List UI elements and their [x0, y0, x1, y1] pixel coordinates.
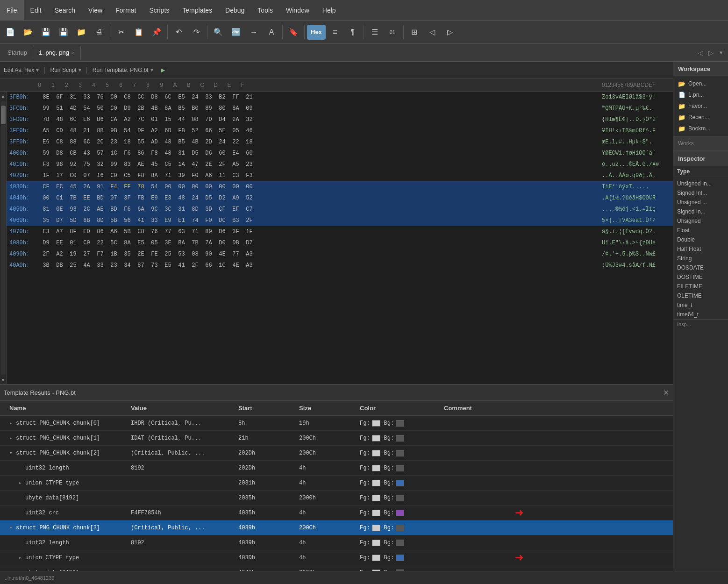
template-row[interactable]: ▸union CTYPE type2031h4hFg:Bg: — [0, 476, 673, 491]
hex-byte[interactable]: A9 — [229, 195, 243, 201]
hex-byte[interactable]: EE — [80, 195, 93, 201]
tab-nav-right[interactable]: ▷ — [706, 48, 716, 58]
hex-byte[interactable]: 05 — [229, 128, 243, 134]
menu-templates[interactable]: Templates — [176, 0, 219, 20]
bg-color-box[interactable] — [396, 495, 404, 501]
hex-byte[interactable]: 2F — [243, 217, 256, 224]
hex-byte[interactable]: 48 — [175, 195, 188, 201]
hex-byte[interactable]: 00 — [215, 184, 229, 190]
hex-byte[interactable]: D6 — [202, 150, 215, 157]
open-file-button[interactable]: 📂 — [20, 24, 36, 41]
ws-bookmarks-item[interactable]: 📁 Bookm... — [673, 123, 728, 134]
hex-byte[interactable]: 92 — [66, 161, 80, 168]
hex-byte[interactable]: 83 — [121, 161, 134, 168]
hex-byte[interactable]: 89 — [202, 105, 215, 112]
hex-byte[interactable]: AE — [93, 206, 107, 213]
hex-byte[interactable]: D6 — [215, 228, 229, 235]
hex-byte[interactable]: 33 — [148, 217, 161, 224]
compare-button[interactable]: A — [263, 24, 280, 41]
hex-byte[interactable]: 2B — [134, 105, 148, 112]
hex-byte[interactable]: E3 — [39, 228, 53, 235]
hex-byte[interactable]: C9 — [80, 240, 93, 246]
hex-byte[interactable]: 44 — [175, 116, 188, 123]
fg-color-box[interactable] — [372, 570, 380, 571]
hex-byte[interactable]: 34 — [121, 262, 134, 269]
hex-byte[interactable]: A3 — [243, 262, 256, 269]
hex-byte[interactable]: 33 — [93, 262, 107, 269]
ws-recent-item[interactable]: 📁 Recen... — [673, 112, 728, 123]
hex-byte[interactable]: 31 — [66, 94, 80, 100]
hex-byte[interactable]: 31 — [175, 206, 188, 213]
hex-byte[interactable]: 90 — [202, 251, 215, 257]
hex-byte[interactable]: 71 — [161, 172, 175, 179]
goto-button[interactable]: → — [245, 24, 262, 41]
hex-byte[interactable]: 7C — [134, 116, 148, 123]
hex-row[interactable]: 4070h:E3A78FED86A65BC87677637189D63F1Fã§… — [7, 226, 673, 237]
scroll-thumb[interactable] — [1, 106, 6, 124]
tab-active[interactable]: 1. png. png × — [33, 46, 81, 60]
hex-byte[interactable]: 57 — [93, 150, 107, 157]
hex-byte[interactable]: 80 — [215, 105, 229, 112]
hex-byte[interactable]: 52 — [243, 195, 256, 201]
hex-byte[interactable]: FB — [134, 195, 148, 201]
hex-byte[interactable]: 41 — [175, 262, 188, 269]
menu-tools[interactable]: Tools — [251, 0, 279, 20]
hex-row[interactable]: 40A0h:3BDB254A3323348773E5412F661C4EA3;Û… — [7, 260, 673, 271]
hex-byte[interactable]: B0 — [188, 105, 202, 112]
hex-byte[interactable]: CF — [39, 184, 53, 190]
hex-byte[interactable]: D9 — [39, 240, 53, 246]
hex-byte[interactable]: 2A — [80, 184, 93, 190]
hex-byte[interactable]: F6 — [121, 150, 134, 157]
inspector-type-item[interactable]: Half Float — [673, 244, 728, 254]
expand-icon[interactable]: ▸ — [9, 420, 16, 426]
menu-format[interactable]: Format — [109, 0, 143, 20]
hex-byte[interactable]: BD — [93, 195, 107, 201]
hex-byte[interactable]: 81 — [39, 206, 53, 213]
columns-button[interactable]: ☰ — [366, 24, 383, 41]
hex-byte[interactable]: FE — [148, 251, 161, 257]
inspector-type-item[interactable]: OLETIME — [673, 291, 728, 300]
hex-byte[interactable]: 4B — [188, 139, 202, 145]
ws-favorites-item[interactable]: 📁 Favor... — [673, 100, 728, 112]
hex-byte[interactable]: F6 — [121, 206, 134, 213]
hex-row[interactable]: 3FF0h:E6C8886C2C231855AD48B54B2D242218æÈ… — [7, 136, 673, 148]
bg-color-box[interactable] — [396, 510, 404, 516]
hex-byte[interactable]: 63 — [175, 228, 188, 235]
hex-byte[interactable]: 1F — [39, 172, 53, 179]
hex-byte[interactable]: 7A — [202, 240, 215, 246]
hex-byte[interactable]: 09 — [243, 105, 256, 112]
hex-byte[interactable]: F4 — [107, 184, 121, 190]
hex-byte[interactable]: 5B — [107, 217, 121, 224]
hex-byte[interactable]: 23 — [107, 139, 121, 145]
hex-byte[interactable]: 3E — [161, 240, 175, 246]
template-row[interactable]: ▾struct PNG_CHUNK chunk[3](Critical, Pub… — [0, 520, 673, 535]
hex-byte[interactable]: C0 — [66, 172, 80, 179]
hex-byte[interactable]: 51 — [53, 105, 66, 112]
hex-byte[interactable]: E9 — [161, 217, 175, 224]
hex-row[interactable]: 4010h:F3989275329983AE45C51A472E2FA523ó.… — [7, 159, 673, 170]
hex-byte[interactable]: 8F — [66, 228, 80, 235]
find-replace-button[interactable]: 🔤 — [228, 24, 244, 41]
hex-byte[interactable]: 50 — [93, 105, 107, 112]
hex-byte[interactable]: 75 — [80, 161, 93, 168]
bg-color-box[interactable] — [396, 420, 404, 427]
hex-byte[interactable]: DC — [215, 217, 229, 224]
hex-byte[interactable]: 66 — [202, 262, 215, 269]
hex-byte[interactable]: C7 — [243, 206, 256, 213]
hex-byte[interactable]: 18 — [243, 139, 256, 145]
hex-byte[interactable]: 21 — [243, 94, 256, 100]
hex-byte[interactable]: 77 — [229, 251, 243, 257]
hex-byte[interactable]: 5C — [107, 240, 121, 246]
hex-byte[interactable]: 48 — [53, 116, 66, 123]
scroll-down[interactable]: ▼ — [0, 376, 7, 384]
hex-byte[interactable]: 05 — [148, 240, 161, 246]
paragraph-button[interactable]: ¶ — [344, 24, 361, 41]
hex-byte[interactable]: 8B — [80, 217, 93, 224]
hex-byte[interactable]: 15 — [161, 116, 175, 123]
hex-byte[interactable]: 31 — [175, 150, 188, 157]
hex-byte[interactable]: DF — [134, 128, 148, 134]
hex-byte[interactable]: 16 — [93, 172, 107, 179]
hex-row[interactable]: 4000h:59D8CB43571CF686F84831D5D660E460YØ… — [7, 148, 673, 159]
hex-byte[interactable]: 2E — [202, 161, 215, 168]
hex-byte[interactable]: 9B — [107, 128, 121, 134]
